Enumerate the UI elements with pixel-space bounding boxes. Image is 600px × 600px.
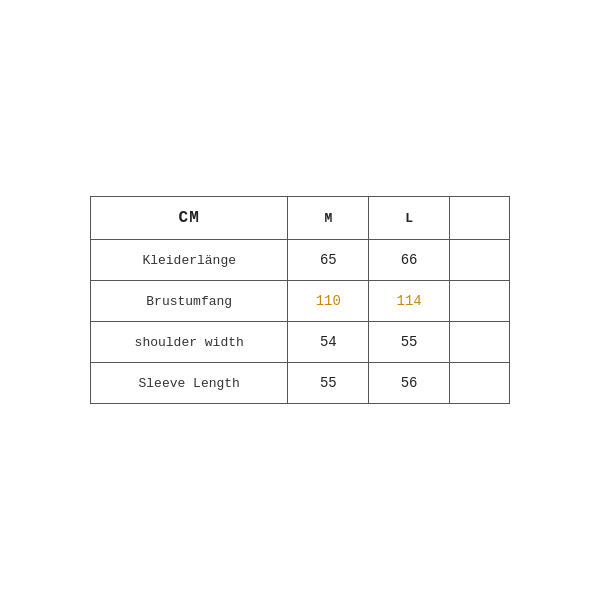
row-l-value: 56	[369, 363, 450, 404]
row-extra	[450, 240, 510, 281]
row-l-value: 66	[369, 240, 450, 281]
row-extra	[450, 363, 510, 404]
row-label: Kleiderlänge	[91, 240, 288, 281]
size-table: CM M L Kleiderlänge6566Brustumfang110114…	[90, 196, 510, 404]
table-row: Kleiderlänge6566	[91, 240, 510, 281]
header-extra	[450, 197, 510, 240]
row-m-value: 55	[288, 363, 369, 404]
row-l-value: 55	[369, 322, 450, 363]
row-label: shoulder width	[91, 322, 288, 363]
table-row: Sleeve Length5556	[91, 363, 510, 404]
row-l-value: 114	[369, 281, 450, 322]
row-label: Brustumfang	[91, 281, 288, 322]
header-cm: CM	[91, 197, 288, 240]
table-row: Brustumfang110114	[91, 281, 510, 322]
row-m-value: 110	[288, 281, 369, 322]
row-extra	[450, 281, 510, 322]
row-label: Sleeve Length	[91, 363, 288, 404]
header-m: M	[288, 197, 369, 240]
header-l: L	[369, 197, 450, 240]
row-extra	[450, 322, 510, 363]
size-table-wrapper: CM M L Kleiderlänge6566Brustumfang110114…	[90, 196, 510, 404]
row-m-value: 65	[288, 240, 369, 281]
row-m-value: 54	[288, 322, 369, 363]
table-row: shoulder width5455	[91, 322, 510, 363]
